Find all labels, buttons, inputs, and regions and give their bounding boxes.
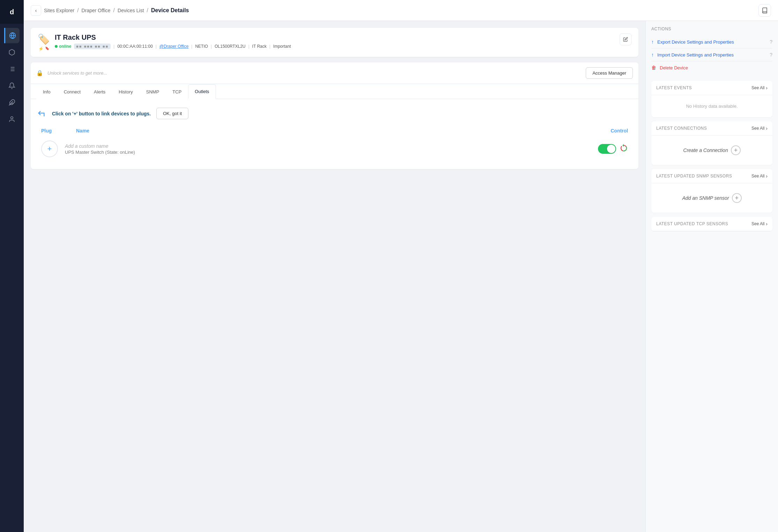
col-header-plug: Plug	[41, 128, 69, 134]
ok-got-it-button[interactable]: OK, got it	[156, 108, 188, 119]
tab-info[interactable]: Info	[36, 84, 57, 99]
device-name: IT Rack UPS	[55, 33, 291, 41]
plus-circle-connection-icon[interactable]: +	[731, 145, 741, 155]
delete-action[interactable]: 🗑 Delete Device	[651, 61, 772, 74]
sidebar: d	[0, 0, 24, 532]
device-tag-icon: 🏷️	[38, 33, 50, 45]
latest-tcp-see-all[interactable]: See All ›	[751, 221, 768, 227]
see-all-tcp-text: See All	[751, 221, 764, 226]
back-button[interactable]: ‹	[31, 5, 41, 16]
latest-connections-see-all[interactable]: See All ›	[751, 126, 768, 131]
device-site-link[interactable]: @Draper Office	[159, 44, 188, 49]
sidebar-item-cube[interactable]	[4, 45, 20, 60]
create-connection-button[interactable]: Create a Connection +	[656, 141, 768, 159]
sidebar-item-list[interactable]	[4, 61, 20, 77]
tab-outlets[interactable]: Outlets	[188, 84, 216, 99]
outlet-custom-name: Add a custom name	[65, 143, 579, 149]
latest-tcp-header: Latest Updated TCP Sensors See All ›	[651, 217, 772, 231]
breadcrumb-bar: ‹ Sites Explorer / Draper Office / Devic…	[24, 0, 778, 21]
outlet-name-area: Add a custom name UPS Master Switch (Sta…	[65, 143, 579, 155]
tab-connect[interactable]: Connect	[57, 84, 87, 99]
edit-button[interactable]	[620, 33, 631, 45]
latest-tcp-section: Latest Updated TCP Sensors See All ›	[651, 217, 772, 231]
export-action[interactable]: ↑ Export Device Settings and Properties …	[651, 36, 772, 48]
import-action[interactable]: ↑ Import Device Settings and Properties …	[651, 48, 772, 61]
hint-arrow-icon: ↵	[38, 107, 46, 120]
power-icon: ⚡	[38, 46, 44, 51]
toggle-knob	[607, 145, 615, 153]
tag-small-icon: 🔖	[45, 46, 49, 51]
breadcrumb-sites-explorer: Sites Explorer	[44, 8, 74, 13]
status-dot	[55, 45, 58, 48]
tab-snmp[interactable]: SNMP	[140, 84, 166, 99]
col-header-control: Control	[586, 128, 628, 134]
add-snmp-button[interactable]: Add an SNMP sensor +	[656, 189, 768, 207]
latest-connections-header: Latest Connections See All ›	[651, 121, 772, 136]
sidebar-item-globe[interactable]	[4, 28, 20, 43]
right-panel: Actions ↑ Export Device Settings and Pro…	[645, 21, 778, 532]
content-area: 🏷️ ⚡ 🔖 IT Rack UPS online	[24, 21, 778, 532]
breadcrumb-draper-office: Draper Office	[82, 8, 111, 13]
status-text: online	[59, 44, 71, 49]
latest-events-see-all[interactable]: See All ›	[751, 85, 768, 91]
table-row: + Add a custom name UPS Master Switch (S…	[38, 137, 631, 161]
chevron-right-icon: ›	[766, 85, 768, 91]
latest-events-body: No History data available.	[651, 95, 772, 117]
outlet-state: UPS Master Switch (State: onLine)	[65, 150, 579, 155]
export-label[interactable]: Export Device Settings and Properties	[657, 39, 766, 45]
outlet-control	[586, 144, 628, 154]
plus-circle-snmp-icon[interactable]: +	[732, 193, 742, 203]
add-snmp-label: Add an SNMP sensor	[682, 195, 729, 201]
breadcrumb-current: Device Details	[151, 7, 189, 14]
device-ip-masked: ■■ ■■■ ■■ ■■	[74, 44, 111, 49]
device-header-left: 🏷️ ⚡ 🔖 IT Rack UPS online	[38, 33, 291, 51]
sidebar-item-puzzle[interactable]	[4, 95, 20, 110]
actions-title: Actions	[651, 26, 772, 31]
import-label[interactable]: Import Device Settings and Properties	[657, 52, 766, 58]
latest-snmp-title: Latest Updated SNMP Sensors	[656, 174, 732, 178]
chevron-right-snmp-icon: ›	[766, 173, 768, 179]
access-manager-button[interactable]: Access Manager	[586, 67, 633, 79]
book-icon-button[interactable]	[758, 4, 771, 17]
power-toggle[interactable]	[598, 144, 616, 154]
latest-snmp-section: Latest Updated SNMP Sensors See All › Ad…	[651, 169, 772, 213]
sidebar-nav	[0, 24, 24, 131]
outlets-content: ↵ Click on '+' button to link devices to…	[31, 99, 638, 169]
device-meta: online ■■ ■■■ ■■ ■■ | 00:0C:AA:00:11:00 …	[55, 44, 291, 49]
tab-alerts[interactable]: Alerts	[87, 84, 112, 99]
access-bar: 🔒 Unlock services to get more... Access …	[31, 62, 638, 84]
device-sub-icons: ⚡ 🔖	[38, 46, 49, 51]
status-online: online	[55, 44, 71, 49]
see-all-snmp-text: See All	[751, 174, 764, 178]
sidebar-item-bell[interactable]	[4, 78, 20, 93]
refresh-button[interactable]	[620, 144, 628, 154]
hint-text: Click on '+' button to link devices to p…	[52, 111, 151, 116]
actions-section: Actions ↑ Export Device Settings and Pro…	[651, 26, 772, 74]
lock-icon: 🔒	[36, 70, 43, 76]
latest-snmp-see-all[interactable]: See All ›	[751, 173, 768, 179]
main-container: ‹ Sites Explorer / Draper Office / Devic…	[24, 0, 778, 532]
tab-history[interactable]: History	[112, 84, 139, 99]
outlets-table: Plug Name Control + Add a custom name UP…	[38, 128, 631, 161]
breadcrumb-devices-list: Devices List	[118, 8, 144, 13]
hint-bar: ↵ Click on '+' button to link devices to…	[38, 107, 631, 120]
tabs-row: Info Connect Alerts History SNMP TCP Out…	[31, 84, 638, 99]
export-icon: ↑	[651, 39, 654, 45]
add-plug-button[interactable]: +	[41, 140, 58, 157]
tab-tcp[interactable]: TCP	[166, 84, 188, 99]
import-icon: ↑	[651, 52, 654, 58]
sidebar-item-user[interactable]	[4, 112, 20, 127]
delete-label[interactable]: Delete Device	[660, 65, 688, 70]
breadcrumb-sep-1: /	[77, 7, 78, 14]
device-priority: Important	[273, 44, 291, 49]
breadcrumb-sep-2: /	[113, 7, 115, 14]
chevron-right-tcp-icon: ›	[766, 221, 768, 227]
latest-connections-section: Latest Connections See All › Create a Co…	[651, 121, 772, 165]
export-help-icon[interactable]: ?	[770, 39, 772, 45]
breadcrumb-sep-3: /	[147, 7, 148, 14]
latest-connections-title: Latest Connections	[656, 126, 707, 131]
import-help-icon[interactable]: ?	[770, 52, 772, 58]
tab-panel: 🔒 Unlock services to get more... Access …	[31, 62, 638, 169]
latest-events-header: Latest Events See All ›	[651, 81, 772, 95]
create-connection-label: Create a Connection	[683, 147, 728, 153]
